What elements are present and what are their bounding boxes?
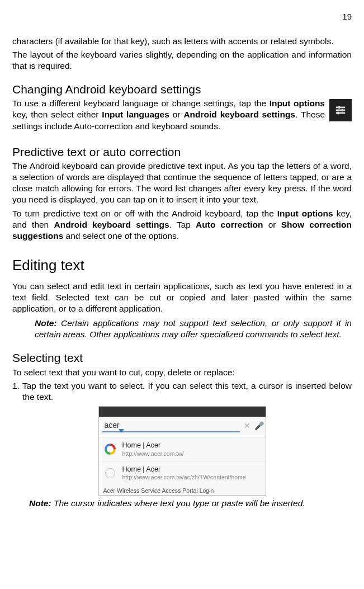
- bold-input-languages: Input languages: [102, 110, 169, 119]
- screenshot-search-row: acer ✕ 🎤: [99, 417, 266, 433]
- intro-paragraph-1: characters (if available for that key), …: [12, 36, 352, 47]
- heading-selecting-text: Selecting text: [12, 350, 352, 365]
- svg-rect-2: [336, 112, 346, 114]
- screenshot-container: acer ✕ 🎤 Home | Acer http://www.acer.com…: [12, 406, 352, 496]
- screenshot-partial-row: Acer Wireless Service Access Portal Logi…: [99, 485, 266, 495]
- step-1-body: Tap the text you want to select. If you …: [22, 380, 352, 403]
- screenshot-status-bar: [99, 407, 266, 417]
- predictive-paragraph-2: To turn predictive text on or off with t…: [12, 208, 352, 242]
- text-fragment: To turn predictive text on or off with t…: [12, 209, 277, 218]
- mic-icon: 🎤: [254, 421, 262, 431]
- step-1-number: 1.: [12, 380, 22, 403]
- note-label: Note:: [35, 318, 57, 328]
- text-fragment: . Tap: [169, 220, 196, 229]
- note-body: Certain applications may not support tex…: [35, 318, 352, 339]
- suggestion-title: Home | Acer: [122, 465, 261, 474]
- screenshot-search-value: acer: [105, 421, 120, 430]
- suggestion-title: Home | Acer: [122, 441, 261, 450]
- step-1: 1. Tap the text you want to select. If y…: [12, 380, 352, 403]
- history-icon: [105, 468, 115, 478]
- note-body: The cursor indicates where text you type…: [51, 498, 305, 508]
- final-note: Note: The cursor indicates where text yo…: [29, 498, 352, 509]
- screenshot-suggestion-row-1: Home | Acer http://www.acer.com.tw/: [99, 437, 266, 461]
- bold-auto-correction: Auto correction: [196, 220, 263, 229]
- text-fragment: or: [169, 110, 184, 119]
- bold-android-keyboard-settings: Android keyboard settings: [183, 110, 295, 119]
- settings-icon: [329, 99, 352, 121]
- heading-predictive-text: Predictive text or auto correction: [12, 144, 352, 159]
- editing-paragraph: You can select and edit text in certain …: [12, 281, 352, 314]
- changing-paragraph: To use a different keyboard language or …: [12, 98, 352, 131]
- svg-rect-5: [338, 112, 339, 115]
- text-fragment: and select one of the options.: [63, 231, 179, 241]
- suggestion-url: http://www.acer.com.tw/: [122, 450, 261, 458]
- bold-input-options-2: Input options: [277, 209, 333, 218]
- intro-paragraph-2: The layout of the keyboard varies slight…: [12, 49, 352, 72]
- heading-editing-text: Editing text: [12, 256, 352, 275]
- heading-changing-keyboard: Changing Android keyboard settings: [12, 82, 352, 97]
- text-fragment: key, then select either: [12, 110, 102, 119]
- suggestion-url: http://www.acer.com.tw/ac/zh/TW/content/…: [122, 474, 261, 482]
- text-fragment: To use a different keyboard language or …: [12, 98, 270, 108]
- text-fragment: or: [263, 220, 281, 229]
- embedded-screenshot: acer ✕ 🎤 Home | Acer http://www.acer.com…: [98, 406, 266, 496]
- svg-rect-1: [336, 110, 346, 111]
- screenshot-suggestion-row-2: Home | Acer http://www.acer.com.tw/ac/zh…: [99, 461, 266, 485]
- predictive-paragraph-1: The Android keyboard can provide predict…: [12, 161, 352, 206]
- bold-android-keyboard-settings-2: Android keyboard settings: [54, 220, 169, 229]
- selecting-intro: To select text that you want to cut, cop…: [12, 367, 352, 378]
- svg-rect-3: [338, 106, 340, 109]
- svg-rect-4: [342, 109, 343, 112]
- bold-input-options: Input options: [270, 98, 325, 108]
- svg-rect-0: [336, 107, 346, 109]
- editing-note: Note: Certain applications may not suppo…: [35, 318, 352, 340]
- screenshot-search-input: acer: [102, 419, 240, 432]
- page-number: 19: [12, 11, 352, 22]
- chrome-icon: [105, 444, 116, 455]
- clear-icon: ✕: [243, 421, 251, 431]
- note-label: Note:: [29, 498, 51, 508]
